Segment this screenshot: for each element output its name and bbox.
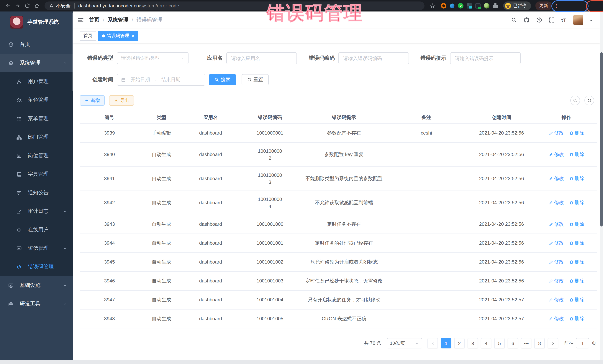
- next-page-button[interactable]: [548, 338, 558, 348]
- app-name-input[interactable]: [226, 52, 297, 64]
- export-button[interactable]: 导出: [109, 95, 134, 106]
- app-logo[interactable]: 芋道管理系统: [0, 13, 73, 32]
- delete-link[interactable]: 删除: [569, 277, 584, 285]
- sidebar-item-online-users[interactable]: 在线用户: [0, 221, 73, 239]
- page-button-1[interactable]: 1: [441, 338, 451, 348]
- chrome-update-button[interactable]: 更新: [535, 1, 552, 10]
- sidebar-scrollbar-thumb[interactable]: [72, 13, 73, 91]
- more-pages-button[interactable]: •••: [521, 338, 531, 348]
- profile-chip[interactable]: 已暂停: [503, 1, 531, 10]
- edit-link[interactable]: 修改: [549, 277, 564, 285]
- page-button-3[interactable]: 3: [468, 338, 478, 348]
- edit-link[interactable]: 修改: [549, 296, 564, 304]
- table-header-row: 编号类型应用名错误码编码错误码提示备注创建时间操作: [80, 111, 597, 124]
- edit-link[interactable]: 修改: [549, 151, 564, 158]
- sidebar-item-roles[interactable]: 角色管理: [0, 91, 73, 109]
- sidebar-toggle-icon[interactable]: [78, 17, 84, 23]
- edit-link[interactable]: 修改: [549, 199, 564, 207]
- error-code-input[interactable]: [338, 52, 409, 64]
- prev-page-button[interactable]: [428, 338, 438, 348]
- ext-puzzle-icon[interactable]: [493, 3, 498, 8]
- browser-forward-icon[interactable]: [13, 1, 22, 11]
- sidebar-item-dev-tools[interactable]: 研发工具: [0, 295, 73, 313]
- page-scrollbar[interactable]: [600, 11, 603, 360]
- help-icon[interactable]: [536, 17, 542, 23]
- tab-home[interactable]: 首页: [80, 31, 96, 41]
- delete-link[interactable]: 删除: [569, 315, 584, 322]
- avatar-caret-down-icon[interactable]: [590, 20, 593, 22]
- not-secure-warning-icon[interactable]: [49, 3, 54, 8]
- ext-orange-ring-icon[interactable]: [441, 3, 446, 9]
- font-size-icon[interactable]: tT: [561, 17, 567, 23]
- delete-link[interactable]: 删除: [569, 240, 584, 247]
- app-name-label: 应用名: [202, 55, 226, 62]
- sidebar-item-notices[interactable]: 通知公告: [0, 184, 73, 202]
- page-button-4[interactable]: 4: [481, 338, 491, 348]
- edit-link[interactable]: 修改: [549, 315, 564, 322]
- user-avatar[interactable]: [573, 15, 583, 25]
- delete-link[interactable]: 删除: [569, 221, 584, 228]
- refresh-table-button[interactable]: [584, 96, 594, 105]
- edit-link[interactable]: 修改: [549, 221, 564, 228]
- sidebar-item-dicts[interactable]: 字典管理: [0, 165, 73, 184]
- tab-error-code[interactable]: 错误码管理 ×: [98, 31, 138, 41]
- cell-type: 自动生成: [139, 151, 184, 158]
- browser-menu-icon[interactable]: [554, 3, 559, 8]
- sidebar-item-posts[interactable]: 岗位管理: [0, 146, 73, 165]
- error-message-input[interactable]: [450, 52, 521, 64]
- add-button[interactable]: 新增: [80, 95, 105, 106]
- delete-link[interactable]: 删除: [569, 130, 584, 137]
- sidebar-item-system[interactable]: 系统管理: [0, 54, 73, 72]
- bookmark-star-icon[interactable]: [428, 1, 437, 11]
- badge-icon: [16, 153, 23, 158]
- toggle-search-button[interactable]: [570, 96, 580, 105]
- page-button-2[interactable]: 2: [454, 338, 464, 348]
- extension-icons: [441, 3, 498, 9]
- date-range-picker[interactable]: 开始日期 - 结束日期: [117, 74, 205, 86]
- breadcrumb: 首页 / 系统管理 / 错误码管理: [89, 17, 162, 23]
- cell-time: 2021-04-20 23:52:56: [467, 259, 536, 266]
- edit-link[interactable]: 修改: [549, 175, 564, 182]
- sidebar-item-audit-logs[interactable]: 审计日志: [0, 202, 73, 221]
- search-button[interactable]: 搜索: [209, 74, 236, 85]
- github-icon[interactable]: [523, 17, 529, 23]
- edit-link[interactable]: 修改: [549, 259, 564, 266]
- edit-link[interactable]: 修改: [549, 240, 564, 247]
- sidebar-item-infra[interactable]: 基础设施: [0, 276, 73, 295]
- tab-close-icon[interactable]: ×: [132, 33, 134, 38]
- browser-home-icon[interactable]: [32, 1, 42, 11]
- reset-button[interactable]: 重置: [242, 74, 269, 85]
- breadcrumb-system[interactable]: 系统管理: [108, 17, 128, 23]
- delete-link[interactable]: 删除: [569, 259, 584, 266]
- page-button-5[interactable]: 5: [494, 338, 505, 348]
- browser-reload-icon[interactable]: [22, 1, 32, 11]
- sidebar-item-sms[interactable]: 短信管理: [0, 239, 73, 258]
- breadcrumb-home[interactable]: 首页: [89, 17, 99, 23]
- code-icon: [16, 264, 23, 270]
- page-size-select[interactable]: 10条/页: [387, 338, 422, 348]
- delete-link[interactable]: 删除: [569, 199, 584, 207]
- goto-page-input[interactable]: [576, 338, 589, 348]
- ext-blue-gem-icon[interactable]: [450, 3, 454, 8]
- edit-link[interactable]: 修改: [549, 130, 564, 137]
- delete-link[interactable]: 删除: [569, 151, 584, 158]
- delete-link[interactable]: 删除: [569, 296, 584, 304]
- browser-back-icon[interactable]: [3, 1, 13, 11]
- ext-green-creature-icon[interactable]: [484, 3, 489, 9]
- sidebar-item-menus[interactable]: 菜单管理: [0, 109, 73, 128]
- ext-green-v-icon[interactable]: [458, 3, 464, 9]
- page-button-8[interactable]: 8: [534, 338, 545, 348]
- ext-on-badge-icon[interactable]: [475, 3, 481, 8]
- address-bar[interactable]: 不安全 dashboard.yudao.iocoder.cn/system/er…: [45, 1, 425, 10]
- page-button-6[interactable]: 6: [508, 338, 518, 348]
- ext-dark-grid-icon[interactable]: [467, 3, 472, 8]
- sidebar-item-error-codes[interactable]: 错误码管理: [0, 258, 73, 276]
- delete-link[interactable]: 删除: [569, 175, 584, 182]
- sidebar-item-home[interactable]: 首页: [0, 35, 73, 54]
- sidebar-item-users[interactable]: 用户管理: [0, 72, 73, 91]
- fullscreen-icon[interactable]: [549, 17, 555, 23]
- page-scrollbar-thumb[interactable]: [600, 52, 603, 226]
- search-icon[interactable]: [511, 17, 517, 23]
- error-type-select[interactable]: 请选择错误码类型: [117, 52, 188, 64]
- sidebar-item-depts[interactable]: 部门管理: [0, 128, 73, 146]
